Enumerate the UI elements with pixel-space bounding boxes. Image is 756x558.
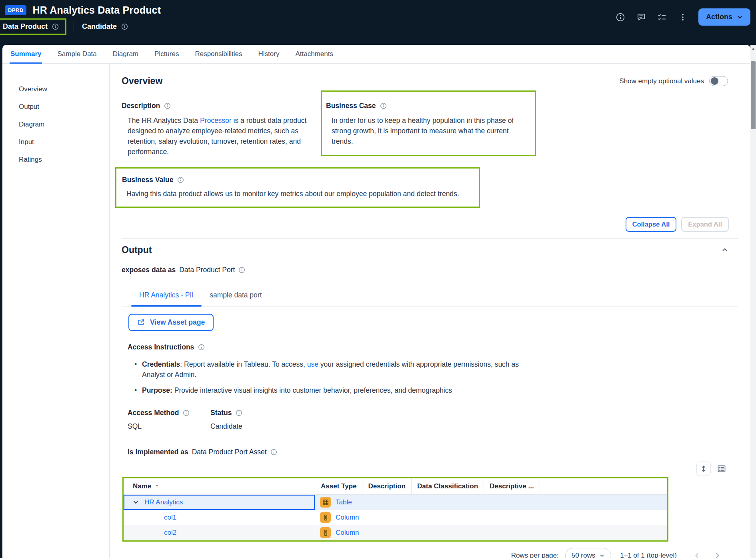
status-field: Status Candidate — [210, 409, 242, 431]
vertical-scrollbar[interactable]: ▲ — [750, 45, 756, 558]
table-asset-icon — [320, 497, 331, 508]
access-instructions-list: Credentials: Report available in Tableau… — [134, 359, 526, 396]
info-circle-icon[interactable] — [612, 8, 629, 26]
data-classification-cell — [499, 495, 593, 510]
business-case-section: Business Case In order for us to keep a … — [321, 90, 536, 156]
section-sidebar: Overview Output Diagram Input Ratings — [2, 64, 110, 558]
column-header[interactable]: Asset Type — [315, 478, 362, 494]
description-cell — [407, 525, 499, 540]
port-tab[interactable]: HR Analytics - PII — [131, 290, 202, 306]
info-icon[interactable] — [198, 344, 205, 351]
pagination-range: 1–1 of 1 (top-level) — [620, 552, 677, 558]
main-panel: Summary Sample Data Diagram Pictures Res… — [2, 45, 750, 558]
sidebar-item[interactable]: Ratings — [2, 151, 109, 169]
column-header-name[interactable]: Name ↑ — [124, 478, 315, 494]
previous-page-icon[interactable] — [690, 549, 704, 558]
main-tab[interactable]: Diagram — [113, 45, 138, 63]
external-link-icon — [137, 319, 145, 326]
implemented-as-label: is implemented as — [128, 448, 188, 456]
data-product-port-label: Data Product Port — [179, 266, 235, 274]
access-method-label: Access Method — [128, 409, 179, 417]
sidebar-item[interactable]: Input — [2, 133, 109, 151]
expand-all-button[interactable]: Expand All — [681, 217, 729, 232]
asset-name-link[interactable]: col1 — [164, 514, 176, 522]
asset-name-link[interactable]: col2 — [164, 529, 176, 537]
info-icon[interactable] — [177, 177, 184, 183]
port-asset-table: Name ↑ Asset Type Description Data Class… — [122, 477, 668, 542]
descriptive-cell — [593, 495, 667, 510]
overview-heading: Overview — [122, 76, 162, 86]
use-link[interactable]: use — [307, 360, 318, 368]
main-tab[interactable]: Summary — [10, 45, 41, 63]
row-height-icon[interactable] — [696, 462, 711, 476]
processor-link[interactable]: Processor — [200, 116, 232, 124]
main-tab[interactable]: Responsibilities — [195, 45, 242, 63]
info-icon[interactable] — [183, 409, 190, 416]
content-area: Overview Show empty optional values Desc… — [110, 64, 750, 558]
info-icon[interactable] — [238, 267, 245, 273]
info-icon[interactable] — [270, 449, 277, 456]
column-asset-icon — [320, 527, 331, 538]
table-header-row: Name ↑ Asset Type Description Data Class… — [124, 478, 667, 495]
info-icon[interactable] — [52, 23, 59, 30]
scrollbar-thumb[interactable] — [751, 61, 756, 129]
table-row[interactable]: HR Analytics Table — [124, 495, 667, 510]
divider — [122, 238, 738, 239]
business-case-text: In order for us to keep a healthy popula… — [332, 116, 529, 147]
description-cell — [407, 495, 499, 510]
next-page-icon[interactable] — [710, 549, 724, 558]
collapse-section-icon[interactable] — [721, 246, 729, 254]
asset-name-link[interactable]: HR Analytics — [144, 498, 183, 506]
column-settings-icon[interactable] — [716, 463, 727, 474]
show-empty-values-toggle[interactable] — [709, 76, 728, 86]
info-icon[interactable] — [380, 102, 387, 109]
info-icon[interactable] — [164, 102, 171, 109]
port-tab[interactable]: sample data port — [202, 290, 270, 306]
business-case-label: Business Case — [326, 102, 376, 110]
main-tab[interactable]: History — [258, 45, 280, 63]
sidebar-item[interactable]: Diagram — [2, 116, 109, 133]
collapse-all-button[interactable]: Collapse All — [626, 217, 677, 232]
column-header[interactable]: Data Classification — [412, 478, 484, 494]
info-icon[interactable] — [236, 409, 242, 416]
kebab-menu-icon[interactable] — [674, 8, 691, 26]
sidebar-item[interactable]: Output — [2, 98, 109, 116]
column-header[interactable]: Description — [362, 478, 412, 494]
divider — [74, 22, 74, 32]
description-cell — [407, 510, 499, 525]
checklist-icon[interactable] — [654, 8, 670, 26]
asset-type-badge: DPRD — [5, 5, 26, 15]
description-section: Description The HR Analytics Data Proces… — [122, 102, 312, 157]
asset-type-link[interactable]: Column — [336, 529, 359, 537]
main-tab[interactable]: Pictures — [154, 45, 179, 63]
scroll-up-icon[interactable]: ▲ — [750, 45, 756, 52]
rows-per-page-select[interactable]: 50 rows — [565, 548, 612, 558]
description-text: The HR Analytics Data Processor is a rob… — [128, 116, 312, 157]
access-instructions-label: Access Instructions — [128, 343, 194, 351]
actions-button[interactable]: Actions — [698, 8, 750, 26]
list-item: Purpose: Provide interactive visual insi… — [134, 385, 526, 395]
chevron-down-icon[interactable] — [132, 499, 139, 506]
view-asset-page-button[interactable]: View Asset page — [128, 314, 214, 331]
descriptive-cell — [593, 510, 667, 525]
chevron-down-icon — [599, 553, 605, 558]
access-method-value: SQL — [128, 422, 210, 431]
sort-ascending-icon[interactable]: ↑ — [155, 483, 158, 490]
port-tabbar: HR Analytics - PII sample data port — [122, 290, 738, 307]
chevron-down-icon — [737, 14, 743, 20]
column-header[interactable]: Descriptive ... — [484, 478, 540, 494]
asset-type-link[interactable]: Column — [336, 514, 359, 522]
main-tab[interactable]: Sample Data — [57, 45, 96, 63]
sidebar-item[interactable]: Overview — [2, 80, 109, 98]
table-row[interactable]: col2 Column — [124, 525, 667, 540]
main-tab[interactable]: Attachments — [295, 45, 333, 63]
data-classification-cell — [499, 525, 593, 540]
table-row[interactable]: col1 Column — [124, 510, 667, 525]
info-icon[interactable] — [121, 23, 128, 30]
description-label: Description — [122, 102, 160, 110]
comments-icon[interactable] — [633, 8, 650, 26]
descriptive-cell — [593, 525, 667, 540]
asset-type-link[interactable]: Table — [336, 498, 352, 506]
status-field-label: Status — [210, 409, 232, 417]
data-product-type-highlight: Data Product — [0, 18, 66, 35]
